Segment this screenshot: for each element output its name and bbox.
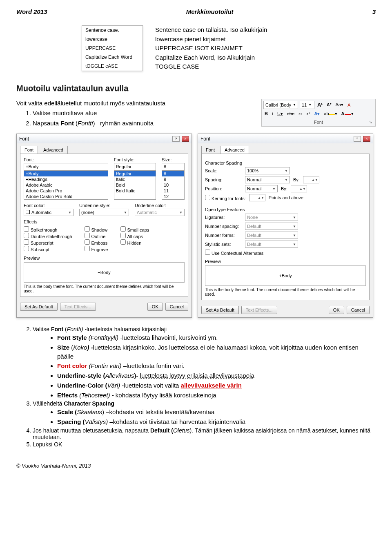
size-opt-3[interactable]: 11 [162,188,184,194]
effects-checks: Strikethrough Double strikethrough Super… [24,226,185,252]
tab-font[interactable]: Font [20,146,38,154]
cancel-button[interactable]: Cancel [165,303,188,311]
numspacing-combo[interactable]: Default▼ [245,223,298,230]
character-spacing-label: Character Spacing [205,161,366,165]
case-toggle[interactable]: tOGGLE cASE [82,62,143,71]
font-listbox[interactable]: +Body +Headings Adobe Arabic Adobe Caslo… [24,170,108,200]
underline-style-combo[interactable]: (none)▼ [79,209,129,216]
style-input[interactable]: Regular [114,163,156,170]
stylistic-combo[interactable]: Default▼ [245,241,298,248]
change-case-icon[interactable]: Aa▾ [334,102,345,108]
strike-icon[interactable]: abc [286,111,296,116]
chk-strike[interactable]: Strikethrough [24,226,72,232]
chk-dstrike[interactable]: Double strikethrough [24,233,72,239]
position-by-spinner[interactable]: ▲▼ [291,185,307,192]
chk-kerning[interactable]: Kerning for fonts: [205,195,246,201]
dialog-launcher-icon[interactable]: ↘ [368,120,374,125]
size-opt-2[interactable]: 10 [162,182,184,188]
lbl-ss: Stylistic sets: [205,242,242,247]
set-default-button[interactable]: Set As Default [201,306,239,314]
grow-font-icon[interactable]: A▴ [316,101,324,108]
chk-emboss[interactable]: Emboss [85,239,108,245]
style-opt-3[interactable]: Bold Italic [114,188,156,194]
chk-contextual[interactable]: Use Contextual Alternates [205,250,263,256]
header-title: Merkkimuotoilut [186,8,234,15]
font-input[interactable]: +Body [24,163,108,170]
kern-spinner[interactable]: ▲▼ [249,194,265,201]
intro-text: Voit valita edelläluetellut muotoilut my… [16,99,249,129]
shrink-font-icon[interactable]: A▾ [325,102,332,107]
section-heading: Muotoilu valintataulun avulla [16,84,376,93]
chk-small[interactable]: Small caps [120,226,149,232]
size-opt-4[interactable]: 12 [162,194,184,199]
chk-shadow[interactable]: Shadow [85,226,108,232]
tab-advanced[interactable]: Advanced [220,146,249,154]
adv-preview-note: This is the body theme font. The current… [205,288,366,297]
size-opt-0[interactable]: 8 [162,171,184,176]
spacing-by-spinner[interactable]: ▲▼ [303,176,319,183]
chk-engrave[interactable]: Engrave [85,246,108,252]
chk-hidden[interactable]: Hidden [120,239,149,245]
font-name-combo[interactable]: Calibri (Body▼ [263,101,298,109]
font-opt-3[interactable]: Adobe Caslon Pro [24,188,108,194]
font-opt-1[interactable]: +Headings [24,176,108,182]
font-opt-4[interactable]: Adobe Caslon Pro Bold [24,194,108,199]
close-icon[interactable]: × [363,136,370,142]
lbl-ns: Number spacing: [205,224,242,229]
case-capitalize[interactable]: Capitalize Each Word [82,53,143,62]
change-case-menu[interactable]: Sentence case. lowercase UPPERCASE Capit… [82,25,143,71]
case-explanations: Sentence case on tällaista. Iso alkukirj… [155,25,267,71]
lbl-by1: By: [293,177,300,182]
spacing-combo[interactable]: Normal▼ [245,176,290,183]
cancel-button[interactable]: Cancel [347,306,370,314]
set-default-button[interactable]: Set As Default [20,303,58,311]
font-opt-2[interactable]: Adobe Arabic [24,182,108,188]
s2d: Fontti [78,120,93,127]
underline-icon[interactable]: U▾ [276,111,284,117]
style-listbox[interactable]: Regular Italic Bold Bold Italic [114,170,156,200]
tab-font[interactable]: Font [201,146,219,154]
font-color-icon[interactable]: A▾ [340,111,355,117]
lbl-size: Size: [162,157,185,162]
close-icon[interactable]: × [182,136,189,142]
ok-button[interactable]: OK [147,303,163,311]
position-combo[interactable]: Normal▼ [245,185,278,192]
style-opt-1[interactable]: Italic [114,176,156,182]
font-color-combo[interactable]: Automatic▼ [24,209,74,216]
size-input[interactable]: 8 [162,163,185,170]
chk-sub[interactable]: Subscript [24,246,72,252]
help-icon[interactable]: ? [172,136,180,142]
numforms-combo[interactable]: Default▼ [245,232,298,239]
case-upper[interactable]: UPPERCASE [82,44,143,53]
clear-format-icon[interactable]: A [346,102,352,108]
italic-icon[interactable]: I [271,111,274,116]
step-3: Välilehdeltä Character Spacing Scale (Sk… [33,400,376,426]
chk-all[interactable]: All caps [120,233,149,239]
preview-box: +Body [24,262,185,283]
style-opt-0[interactable]: Regular [114,171,156,176]
tab-advanced[interactable]: Advanced [39,146,68,154]
chk-outline[interactable]: Outline [85,233,108,239]
case-lower[interactable]: lowercase [82,35,143,44]
font-opt-0[interactable]: +Body [24,171,108,176]
highlight-icon[interactable]: ab▾ [323,111,338,117]
size-opt-1[interactable]: 9 [162,176,184,182]
subscript-icon[interactable]: x₂ [297,111,304,117]
underline-color-combo[interactable]: Automatic▼ [135,209,185,216]
style-opt-2[interactable]: Bold [114,182,156,188]
font-dialog: Font ? × Font Advanced Font: +Body +Body [16,134,192,318]
chk-super[interactable]: Superscript [24,239,72,245]
help-icon[interactable]: ? [354,136,361,142]
font-dialog-title-bar: Font ? × [17,134,192,143]
superscript-icon[interactable]: x² [305,111,311,116]
text-effects-button[interactable]: Text Effects... [241,306,277,314]
ligatures-combo[interactable]: None▼ [245,214,298,221]
text-effects-icon[interactable]: A▾ [313,111,321,117]
bold-icon[interactable]: B [263,111,269,116]
size-listbox[interactable]: 8 9 10 11 12 [162,170,185,200]
ok-button[interactable]: OK [329,306,344,314]
scale-combo[interactable]: 100%▼ [245,167,290,174]
font-size-combo[interactable]: 11▼ [300,101,314,109]
text-effects-button[interactable]: Text Effects... [60,303,96,311]
case-sentence[interactable]: Sentence case. [82,26,143,35]
